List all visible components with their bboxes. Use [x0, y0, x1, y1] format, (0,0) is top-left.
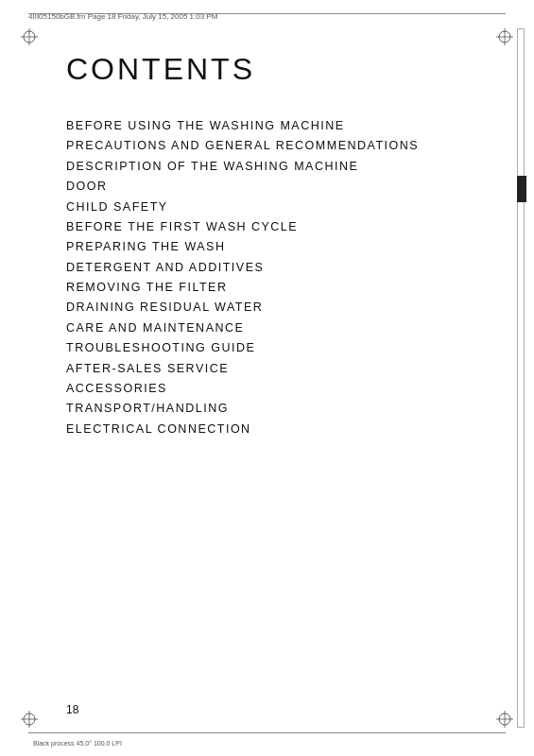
corner-mark-bl [21, 711, 38, 728]
top-bar: 4III05150bGB.fm Page 18 Friday, July 15,… [28, 8, 506, 25]
page-number: 18 [66, 703, 78, 716]
toc-list: BEFORE USING THE WASHING MACHINEPRECAUTI… [66, 117, 482, 438]
file-info: 4III05150bGB.fm Page 18 Friday, July 15,… [28, 12, 217, 21]
toc-item: PREPARING THE WASH [66, 238, 482, 256]
toc-item: TROUBLESHOOTING GUIDE [66, 339, 482, 357]
page: 4III05150bGB.fm Page 18 Friday, July 15,… [0, 0, 534, 756]
toc-item: REMOVING THE FILTER [66, 279, 482, 297]
bottom-rule [28, 732, 506, 733]
corner-mark-tl [21, 28, 38, 45]
toc-item: CARE AND MAINTENANCE [66, 319, 482, 337]
toc-item: CHILD SAFETY [66, 198, 482, 216]
footer-text: Black process 45.0° 100.0 LPI [33, 740, 122, 747]
corner-mark-tr [496, 28, 513, 45]
toc-item: DETERGENT AND ADDITIVES [66, 259, 482, 277]
toc-item: AFTER-SALES SERVICE [66, 360, 482, 378]
toc-item: ACCESSORIES [66, 380, 482, 398]
toc-item: BEFORE USING THE WASHING MACHINE [66, 117, 482, 135]
right-sidebar-bar [517, 28, 525, 728]
main-content: CONTENTS BEFORE USING THE WASHING MACHIN… [66, 52, 482, 440]
toc-item: DESCRIPTION OF THE WASHING MACHINE [66, 158, 482, 176]
right-bar-marker [517, 176, 526, 202]
corner-mark-br [496, 711, 513, 728]
toc-item: PRECAUTIONS AND GENERAL RECOMMENDATIONS [66, 137, 482, 155]
toc-item: DOOR [66, 178, 482, 196]
toc-item: TRANSPORT/HANDLING [66, 400, 482, 418]
toc-item: BEFORE THE FIRST WASH CYCLE [66, 218, 482, 236]
toc-item: ELECTRICAL CONNECTION [66, 421, 482, 438]
page-title: CONTENTS [66, 52, 482, 87]
toc-item: DRAINING RESIDUAL WATER [66, 299, 482, 317]
